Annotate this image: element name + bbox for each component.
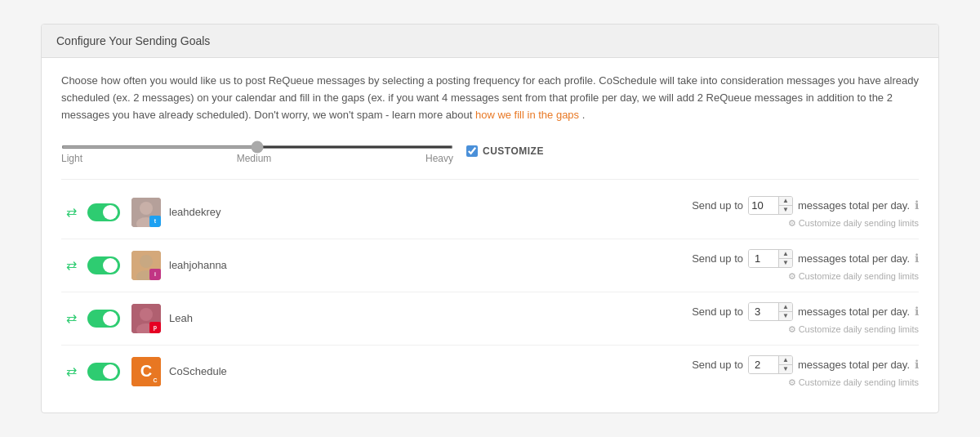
send-controls: Send up to▲▼messages total per day.ℹ⚙Cus… <box>692 249 919 282</box>
profile-toggle[interactable] <box>87 310 120 328</box>
profile-avatar: t <box>131 198 161 227</box>
info-icon[interactable]: ℹ <box>915 358 919 371</box>
slider-track <box>61 139 453 151</box>
gear-icon: ⚙ <box>788 377 796 388</box>
send-row: Send up to▲▼messages total per day.ℹ <box>692 196 919 215</box>
customize-daily-limits-link[interactable]: ⚙Customize daily sending limits <box>788 218 919 229</box>
customize-daily-limits-link[interactable]: ⚙Customize daily sending limits <box>788 271 919 282</box>
svg-point-1 <box>140 202 153 215</box>
messages-label: messages total per day. <box>798 199 910 212</box>
spinner-down-button[interactable]: ▼ <box>779 205 792 214</box>
card-title: Configure Your Sending Goals <box>56 34 210 47</box>
profile-name: leahjohanna <box>169 259 692 271</box>
shuffle-icon[interactable]: ⇄ <box>61 204 81 220</box>
configure-card: Configure Your Sending Goals Choose how … <box>41 24 939 412</box>
spinner-down-button[interactable]: ▼ <box>779 258 792 267</box>
customize-checkbox[interactable] <box>466 145 478 157</box>
label-light: Light <box>61 153 82 164</box>
coschedule-badge: C <box>149 375 161 386</box>
shuffle-icon[interactable]: ⇄ <box>61 310 81 326</box>
send-up-to-label: Send up to <box>692 305 743 318</box>
profile-row: ⇄CCCoScheduleSend up to▲▼messages total … <box>61 346 919 398</box>
message-count-spinner[interactable]: ▲▼ <box>748 355 793 374</box>
info-icon[interactable]: ℹ <box>915 252 919 265</box>
profile-name: CoSchedule <box>169 365 692 377</box>
spinner-up-button[interactable]: ▲ <box>779 356 792 364</box>
card-header: Configure Your Sending Goals <box>42 25 938 58</box>
info-icon[interactable]: ℹ <box>915 198 919 212</box>
profile-row: ⇄pLeahSend up to▲▼messages total per day… <box>61 292 919 346</box>
customize-daily-limits-link[interactable]: ⚙Customize daily sending limits <box>788 324 919 335</box>
send-controls: Send up to▲▼messages total per day.ℹ⚙Cus… <box>692 196 919 229</box>
customize-link-label: Customize daily sending limits <box>799 271 919 281</box>
label-heavy: Heavy <box>425 153 453 164</box>
shuffle-icon[interactable]: ⇄ <box>61 363 81 379</box>
frequency-slider[interactable] <box>61 145 453 149</box>
profile-avatar: i <box>131 251 161 280</box>
gear-icon: ⚙ <box>788 271 796 282</box>
message-count-input[interactable] <box>749 303 778 320</box>
card-body: Choose how often you would like us to po… <box>42 58 938 412</box>
shuffle-icon[interactable]: ⇄ <box>61 257 81 273</box>
messages-label: messages total per day. <box>798 252 910 265</box>
profile-row: ⇄ileahjohannaSend up to▲▼messages total … <box>61 239 919 292</box>
spinner-up-button[interactable]: ▲ <box>779 197 792 205</box>
message-count-spinner[interactable]: ▲▼ <box>748 196 793 215</box>
profile-toggle[interactable] <box>87 256 120 274</box>
send-controls: Send up to▲▼messages total per day.ℹ⚙Cus… <box>692 302 919 335</box>
slider-container: Light Medium Heavy <box>61 139 453 164</box>
messages-label: messages total per day. <box>798 359 910 371</box>
customize-section: CUSTOMIZE <box>466 145 544 157</box>
spinner-up-button[interactable]: ▲ <box>779 303 792 311</box>
svg-point-7 <box>140 308 153 321</box>
profile-avatar: CC <box>131 357 161 386</box>
gear-icon: ⚙ <box>788 324 796 335</box>
send-controls: Send up to▲▼messages total per day.ℹ⚙Cus… <box>692 355 919 388</box>
message-count-spinner[interactable]: ▲▼ <box>748 302 793 321</box>
customize-link-label: Customize daily sending limits <box>799 377 919 387</box>
message-count-spinner[interactable]: ▲▼ <box>748 249 793 268</box>
spinner-up-button[interactable]: ▲ <box>779 250 792 258</box>
send-up-to-label: Send up to <box>692 252 743 265</box>
spinner-down-button[interactable]: ▼ <box>779 311 792 320</box>
svg-point-4 <box>140 255 153 268</box>
instagram-badge: i <box>149 269 161 280</box>
message-count-input[interactable] <box>749 356 778 373</box>
profile-name: Leah <box>169 312 692 324</box>
slider-labels: Light Medium Heavy <box>61 153 453 164</box>
customize-label: CUSTOMIZE <box>483 145 544 157</box>
messages-label: messages total per day. <box>798 305 910 318</box>
send-row: Send up to▲▼messages total per day.ℹ <box>692 302 919 321</box>
label-medium: Medium <box>237 153 272 164</box>
profile-avatar: p <box>131 304 161 333</box>
send-row: Send up to▲▼messages total per day.ℹ <box>692 249 919 268</box>
customize-daily-limits-link[interactable]: ⚙Customize daily sending limits <box>788 377 919 388</box>
spinner-down-button[interactable]: ▼ <box>779 364 792 373</box>
profile-toggle[interactable] <box>87 203 120 221</box>
profile-toggle[interactable] <box>87 363 120 381</box>
customize-link-label: Customize daily sending limits <box>799 324 919 334</box>
customize-link-label: Customize daily sending limits <box>799 218 919 228</box>
profile-name: leahdekrey <box>169 206 692 218</box>
profiles-list: ⇄tleahdekreySend up to▲▼messages total p… <box>61 186 919 398</box>
send-row: Send up to▲▼messages total per day.ℹ <box>692 355 919 374</box>
send-up-to-label: Send up to <box>692 359 743 371</box>
profile-row: ⇄tleahdekreySend up to▲▼messages total p… <box>61 186 919 239</box>
frequency-row: Light Medium Heavy CUSTOMIZE <box>61 139 919 164</box>
gear-icon: ⚙ <box>788 218 796 229</box>
twitter-badge: t <box>149 216 161 227</box>
gap-link[interactable]: how we fill in the gaps <box>475 109 579 121</box>
divider <box>61 179 919 180</box>
message-count-input[interactable] <box>749 250 778 267</box>
pinterest-badge: p <box>149 322 161 333</box>
message-count-input[interactable] <box>749 197 778 214</box>
send-up-to-label: Send up to <box>692 199 743 212</box>
info-icon[interactable]: ℹ <box>915 305 919 318</box>
description-text: Choose how often you would like us to po… <box>61 73 919 123</box>
